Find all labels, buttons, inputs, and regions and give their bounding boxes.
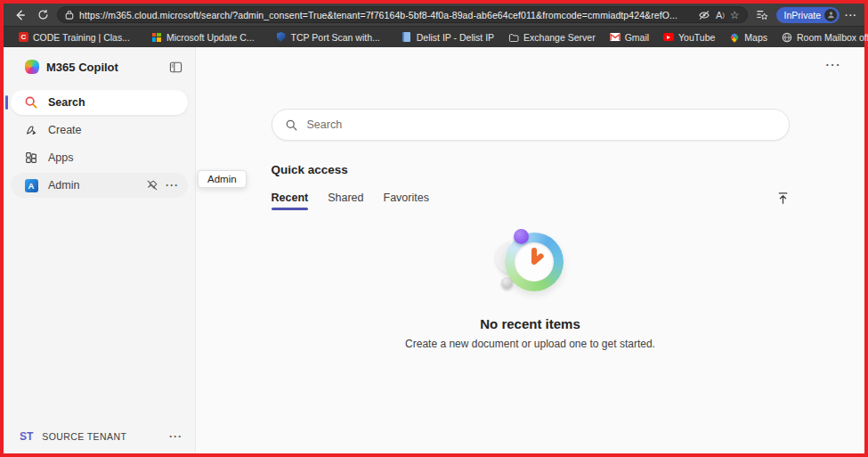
section-title: Quick access bbox=[272, 163, 790, 176]
sidebar-nav: Search Create Apps A Admin bbox=[4, 85, 195, 200]
bookmark-item[interactable]: Gmail bbox=[604, 30, 655, 45]
code-icon: C bbox=[19, 32, 28, 42]
bookmark-item[interactable]: Maps bbox=[723, 30, 774, 45]
url-text[interactable]: https://m365.cloud.microsoft/search/?adm… bbox=[79, 10, 693, 20]
bookmark-item[interactable]: YouTube bbox=[657, 30, 721, 45]
gmail-icon bbox=[610, 32, 621, 43]
collapse-sidebar-icon[interactable] bbox=[169, 61, 183, 73]
sidebar: M365 Copilot Search Create bbox=[4, 47, 196, 453]
bookmark-item[interactable]: Delist IP - Delist IP bbox=[395, 30, 500, 45]
maps-pin-icon bbox=[729, 32, 740, 43]
sidebar-header: M365 Copilot bbox=[4, 56, 195, 85]
empty-state-subtitle: Create a new document or upload one to g… bbox=[405, 338, 655, 350]
search-box[interactable] bbox=[272, 109, 790, 141]
active-indicator bbox=[5, 95, 8, 110]
address-bar[interactable]: https://m365.cloud.microsoft/search/?adm… bbox=[57, 6, 748, 23]
youtube-icon bbox=[663, 32, 674, 43]
browser-window: https://m365.cloud.microsoft/search/?adm… bbox=[0, 0, 868, 457]
lock-icon[interactable] bbox=[65, 10, 74, 20]
favorites-hub-icon[interactable] bbox=[753, 6, 771, 24]
tab-shared[interactable]: Shared bbox=[328, 192, 363, 210]
empty-state-title: No recent items bbox=[480, 316, 580, 331]
main-content: ··· Quick access Recent Shared Favorites bbox=[196, 47, 864, 453]
m365-copilot-app: M365 Copilot Search Create bbox=[4, 47, 864, 453]
admin-app-icon: A bbox=[23, 177, 39, 193]
page-more-options-icon[interactable]: ··· bbox=[826, 58, 842, 71]
quick-access-section: Quick access Recent Shared Favorites bbox=[272, 141, 790, 350]
admin-tooltip: Admin bbox=[198, 170, 247, 188]
tab-bar: Recent Shared Favorites bbox=[272, 192, 790, 210]
admin-more-icon[interactable]: ··· bbox=[166, 179, 179, 192]
search-icon bbox=[285, 118, 298, 132]
bookmark-item[interactable]: C CODE Training | Clas... bbox=[12, 30, 136, 45]
document-icon bbox=[402, 32, 412, 43]
sidebar-item-apps[interactable]: Apps bbox=[11, 145, 188, 170]
inprivate-badge[interactable]: InPrivate bbox=[776, 7, 840, 23]
clock-illustration-icon bbox=[496, 229, 565, 298]
sidebar-item-create[interactable]: Create bbox=[11, 118, 188, 143]
apps-grid-icon bbox=[23, 150, 39, 166]
sidebar-item-admin[interactable]: A Admin ··· bbox=[11, 173, 188, 198]
microsoft-logo-icon bbox=[151, 32, 162, 43]
shield-icon bbox=[276, 32, 287, 43]
tenant-switcher[interactable]: ST SOURCE TENANT ··· bbox=[4, 421, 195, 453]
search-input[interactable] bbox=[307, 118, 776, 131]
create-pen-icon bbox=[23, 122, 39, 138]
copilot-logo-icon bbox=[25, 60, 39, 74]
unpin-icon[interactable] bbox=[146, 179, 158, 192]
tab-recent[interactable]: Recent bbox=[272, 192, 309, 210]
sidebar-item-search[interactable]: Search bbox=[11, 90, 188, 115]
search-icon bbox=[23, 94, 39, 110]
upload-icon[interactable] bbox=[776, 192, 790, 210]
back-icon[interactable] bbox=[11, 6, 28, 24]
admin-row-tools: ··· bbox=[146, 179, 179, 192]
tracking-prevention-icon[interactable] bbox=[698, 10, 710, 20]
folder-icon bbox=[508, 32, 519, 43]
empty-state: No recent items Create a new document or… bbox=[272, 229, 790, 350]
tab-favorites[interactable]: Favorites bbox=[384, 192, 429, 210]
browser-toolbar: https://m365.cloud.microsoft/search/?adm… bbox=[4, 4, 864, 26]
browser-settings-menu-icon[interactable]: ··· bbox=[845, 10, 857, 20]
tenant-name: SOURCE TENANT bbox=[42, 431, 160, 442]
read-aloud-icon[interactable]: A) bbox=[716, 10, 725, 20]
app-title: M365 Copilot bbox=[46, 61, 162, 74]
favorite-star-icon[interactable]: ☆ bbox=[730, 9, 740, 21]
bookmark-item[interactable]: Room Mailbox offic... bbox=[775, 30, 868, 45]
profile-avatar-icon bbox=[824, 9, 837, 21]
bookmark-item[interactable]: TCP Port Scan with... bbox=[270, 30, 386, 45]
bookmark-item[interactable]: Microsoft Update C... bbox=[145, 30, 261, 45]
globe-icon bbox=[782, 32, 792, 43]
tenant-more-icon[interactable]: ··· bbox=[169, 430, 183, 443]
refresh-icon[interactable] bbox=[34, 6, 52, 24]
bookmark-item[interactable]: Exchange Server bbox=[502, 30, 602, 45]
bookmarks-bar: C CODE Training | Clas... Microsoft Upda… bbox=[4, 26, 864, 47]
tenant-initials: ST bbox=[20, 430, 33, 443]
